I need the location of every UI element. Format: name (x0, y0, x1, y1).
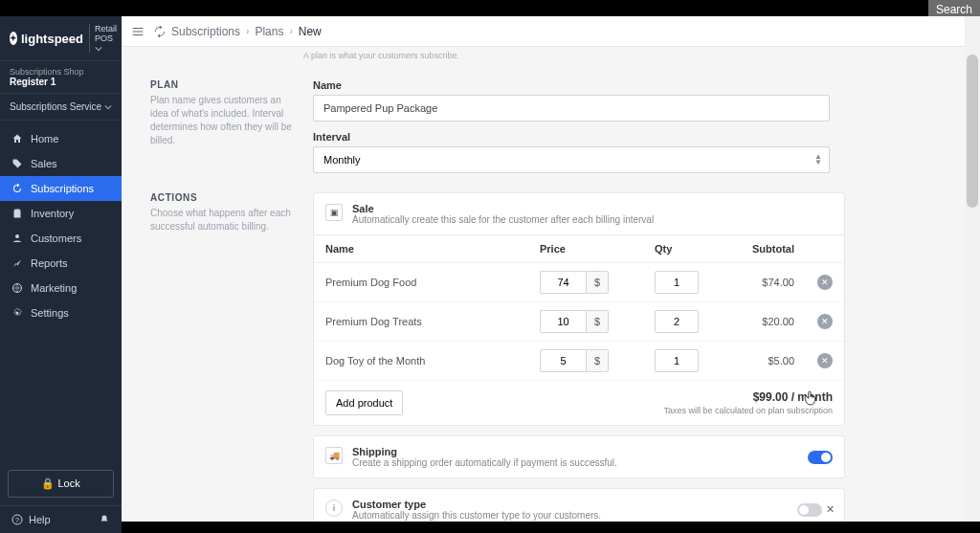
qty-input[interactable] (655, 271, 699, 294)
customer-type-panel: i Customer type Automatically assign thi… (313, 488, 845, 522)
menu-icon[interactable] (131, 25, 145, 38)
col-qty: Qty (643, 235, 729, 263)
section-actions-desc: Choose what happens after each successfu… (150, 207, 294, 233)
subtotal: $5.00 (729, 342, 806, 381)
tax-note: Taxes will be calculated on plan subscri… (663, 406, 833, 415)
chevron-down-icon (104, 103, 112, 111)
currency-label: $ (586, 349, 609, 372)
crumb-plans[interactable]: Plans (255, 25, 283, 38)
price-input[interactable] (540, 310, 586, 333)
customer-type-toggle[interactable] (797, 503, 822, 517)
sale-title: Sale (352, 203, 654, 214)
sale-panel: ▣ Sale Automatically create this sale fo… (313, 192, 845, 426)
price-input[interactable] (540, 271, 586, 294)
remove-row-button[interactable]: ✕ (817, 314, 833, 329)
sidebar-item-label: Settings (31, 307, 69, 319)
sidebar-item-sales[interactable]: Sales (0, 151, 122, 176)
shop-line2: Register 1 (10, 77, 112, 87)
col-name: Name (314, 235, 528, 263)
truck-icon: 🚚 (325, 447, 343, 464)
col-price: Price (528, 235, 643, 263)
cycle-icon (154, 26, 166, 37)
qty-input[interactable] (655, 349, 699, 372)
service-label: Subscriptions Service (10, 101, 101, 112)
col-subtotal: Subtotal (729, 235, 806, 263)
total-amount: $99.00 / month (663, 390, 833, 404)
topbar: Subscriptions› Plans› New (122, 16, 965, 47)
subtotal: $74.00 (729, 263, 806, 302)
brand-name: lightspeed (21, 32, 83, 46)
sidebar-item-label: Subscriptions (31, 183, 94, 194)
user-icon (11, 233, 23, 244)
home-icon (11, 133, 23, 144)
brand-sub[interactable]: Retail POS (89, 24, 117, 53)
sidebar-item-label: Home (31, 133, 58, 144)
currency-label: $ (586, 310, 609, 333)
refresh-icon (11, 183, 23, 194)
sidebar-item-label: Marketing (31, 282, 77, 294)
table-row: Premium Dog Food$$74.00✕ (314, 263, 844, 302)
sidebar: ✦ lightspeed Retail POS Subscriptions Sh… (0, 16, 122, 533)
sale-desc: Automatically create this sale for the c… (352, 214, 654, 225)
section-plan-desc: Plan name gives customers an idea of wha… (150, 94, 294, 147)
section-actions-heading: ACTIONS (150, 192, 294, 203)
shipping-panel: 🚚 Shipping Create a shipping order autom… (313, 435, 845, 478)
table-row: Premium Dog Treats$$20.00✕ (314, 302, 844, 342)
name-label: Name (313, 79, 936, 91)
section-plan-heading: PLAN (150, 79, 294, 90)
shipping-desc: Create a shipping order automatically if… (352, 457, 617, 468)
shipping-toggle[interactable] (808, 451, 833, 464)
gear-icon (11, 307, 23, 319)
tag-icon (11, 158, 23, 169)
remove-row-button[interactable]: ✕ (817, 275, 833, 290)
currency-label: $ (586, 271, 609, 294)
name-input[interactable] (313, 95, 830, 122)
add-product-button[interactable]: Add product (325, 390, 403, 415)
remove-row-button[interactable]: ✕ (817, 353, 833, 368)
sidebar-item-subscriptions[interactable]: Subscriptions (0, 176, 122, 201)
service-selector[interactable]: Subscriptions Service (0, 94, 122, 121)
svg-point-0 (15, 234, 19, 238)
main: Subscriptions› Plans› New A plan is what… (122, 16, 965, 522)
subtotal: $20.00 (729, 302, 806, 342)
custtype-title: Customer type (352, 499, 601, 510)
interval-label: Interval (313, 131, 936, 143)
shipping-title: Shipping (352, 446, 617, 457)
clipboard-icon (11, 208, 23, 219)
shop-info[interactable]: Subscriptions Shop Register 1 (0, 61, 122, 94)
sidebar-item-reports[interactable]: Reports (0, 251, 122, 276)
truncated-intro: A plan is what your customers subscribe. (150, 47, 936, 60)
crumb-current: New (299, 25, 322, 38)
product-name: Dog Toy of the Month (314, 342, 528, 381)
select-arrows-icon: ▲▼ (814, 154, 822, 165)
sidebar-item-label: Customers (31, 233, 81, 244)
scrollbar[interactable] (965, 16, 980, 522)
shop-line1: Subscriptions Shop (10, 67, 112, 77)
svg-text:?: ? (15, 517, 19, 523)
crumb-subscriptions[interactable]: Subscriptions (171, 25, 240, 38)
receipt-icon: ▣ (325, 204, 343, 221)
chart-icon (11, 257, 23, 269)
sidebar-item-settings[interactable]: Settings (0, 300, 122, 325)
sidebar-item-home[interactable]: Home (0, 126, 122, 151)
lock-button[interactable]: 🔒 Lock (8, 470, 114, 498)
sidebar-item-customers[interactable]: Customers (0, 226, 122, 251)
sidebar-item-marketing[interactable]: Marketing (0, 276, 122, 300)
price-input[interactable] (540, 349, 586, 372)
qty-input[interactable] (655, 310, 699, 333)
product-name: Premium Dog Treats (314, 302, 528, 342)
interval-select[interactable]: Monthly (313, 146, 830, 173)
brand-logo-icon: ✦ (10, 32, 17, 45)
globe-icon (11, 282, 23, 294)
help-icon: ? (11, 514, 23, 525)
sidebar-item-label: Inventory (31, 208, 74, 219)
help-link[interactable]: ?Help (11, 514, 51, 525)
sidebar-item-label: Reports (31, 257, 68, 269)
sidebar-item-label: Sales (31, 158, 57, 169)
products-table: Name Price Qty Subtotal Premium Dog Food… (314, 235, 844, 381)
bell-icon[interactable] (99, 514, 110, 525)
nav: Home Sales Subscriptions Inventory Custo… (0, 121, 122, 462)
close-icon[interactable]: ✕ (826, 503, 835, 516)
product-name: Premium Dog Food (314, 263, 528, 302)
sidebar-item-inventory[interactable]: Inventory (0, 201, 122, 226)
